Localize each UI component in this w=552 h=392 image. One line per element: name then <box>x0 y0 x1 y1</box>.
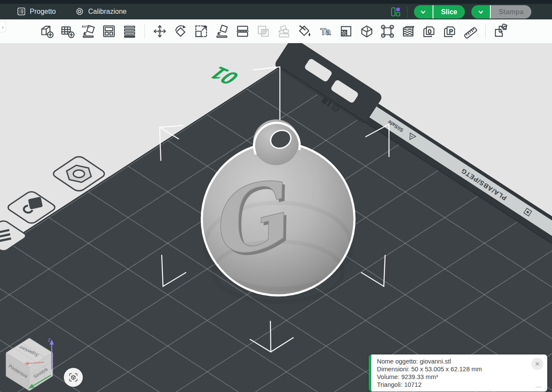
toolbar: › AUTO <box>0 19 552 43</box>
toolbar-divider <box>485 25 486 38</box>
rotate-icon <box>173 24 188 39</box>
menu-item-progetto[interactable]: Progetto <box>17 7 56 16</box>
support-icon <box>380 24 395 39</box>
tool-seam[interactable] <box>357 22 376 41</box>
layout-toggle-icon[interactable] <box>391 7 401 17</box>
arrange-layout-icon <box>101 24 116 39</box>
menu-label-calibrazione: Calibrazione <box>88 8 126 16</box>
paint-icon <box>297 24 312 39</box>
print-split-button: Stampa <box>471 5 531 19</box>
add-plate-icon <box>60 24 75 39</box>
tool-lay-on-face[interactable] <box>212 22 232 41</box>
menu-label-progetto: Progetto <box>30 8 56 16</box>
tool-arrange-layout[interactable] <box>99 22 119 41</box>
plate-brand-label: SliSafe <box>387 119 405 133</box>
menu-item-calibrazione[interactable]: Calibrazione <box>75 7 126 16</box>
tool-object-list[interactable] <box>120 22 139 41</box>
slice-split-button: Slice <box>414 5 465 19</box>
tool-text[interactable]: Ta <box>316 22 335 41</box>
variable-layer-height-icon <box>401 24 416 39</box>
tool-measure[interactable] <box>461 22 480 41</box>
tool-object-settings[interactable]: 0 <box>419 22 439 41</box>
main-menu: Progetto Calibrazione <box>17 7 126 16</box>
slice-button[interactable]: Slice <box>433 5 465 19</box>
split-icon <box>276 24 292 39</box>
svg-text:Ta: Ta <box>320 26 331 37</box>
info-object-name: Nome oggetto: giovanni.stl <box>377 358 530 365</box>
minimize-icon[interactable]: — <box>536 383 542 390</box>
close-icon[interactable]: ✕ <box>531 358 543 370</box>
info-dimensions: Dimensioni: 50 x 53.005 x 62.128 mm <box>377 365 530 373</box>
clone-icon <box>256 24 271 39</box>
tool-support[interactable] <box>378 22 397 41</box>
tool-add-object[interactable] <box>37 22 56 41</box>
plate-warning-triangle <box>407 133 416 141</box>
process-settings-icon: P <box>442 24 457 39</box>
tool-scale[interactable] <box>191 22 211 41</box>
tool-add-plate[interactable] <box>58 22 77 41</box>
tool-move[interactable] <box>150 22 169 41</box>
tool-split[interactable] <box>274 22 294 41</box>
object-list-icon <box>122 24 137 39</box>
scale-icon <box>194 24 209 39</box>
tool-rotate[interactable] <box>171 22 190 41</box>
toolbar-divider <box>144 25 145 38</box>
modifier-icon <box>339 24 354 39</box>
tool-cut[interactable] <box>233 22 252 41</box>
calibration-gear-icon <box>75 7 84 16</box>
chevron-down-icon <box>477 8 485 16</box>
slice-dropdown-button[interactable] <box>414 5 433 19</box>
plate-logo-mark <box>524 208 532 216</box>
text-tool-icon: Ta <box>318 24 333 39</box>
tool-assembly-view[interactable] <box>491 22 510 41</box>
print-button[interactable]: Stampa <box>491 5 531 19</box>
cut-icon <box>235 24 250 39</box>
object-info-panel: Nome oggetto: giovanni.stl Dimensioni: 5… <box>369 354 547 392</box>
svg-text:P: P <box>449 28 453 35</box>
tool-auto-arrange[interactable]: AUTO <box>78 22 98 41</box>
info-triangles: Triangoli: 10712 <box>377 381 530 389</box>
measure-icon <box>463 24 478 39</box>
window-top-strip <box>0 0 552 4</box>
auto-arrange-icon: AUTO <box>81 24 96 39</box>
tool-process-settings[interactable]: P <box>440 22 459 41</box>
tool-clone[interactable] <box>254 22 273 41</box>
titlebar-divider <box>407 6 408 18</box>
plate-number-label: 01 <box>204 63 245 88</box>
seam-icon <box>359 24 374 39</box>
viewport-3d: SliSafe PLA/ABS/PETG <box>0 43 552 392</box>
fit-view-button[interactable] <box>64 368 83 387</box>
tool-variable-layer-height[interactable] <box>398 22 418 41</box>
plate-handle-cutout <box>304 58 333 82</box>
move-icon <box>152 24 167 39</box>
add-object-icon <box>39 24 54 39</box>
print-dropdown-button[interactable] <box>471 5 491 19</box>
tool-paint[interactable] <box>295 22 314 41</box>
toolbar-tools: AUTO <box>37 22 510 41</box>
assembly-view-icon <box>493 24 508 39</box>
chevron-down-icon <box>419 8 427 16</box>
title-bar: Progetto Calibrazione Slice <box>0 0 552 19</box>
object-settings-icon: 0 <box>421 24 436 39</box>
svg-text:SliSafe: SliSafe <box>387 119 405 133</box>
tool-modifier[interactable] <box>336 22 356 41</box>
info-volume: Volume: 9239.33 mm³ <box>377 373 530 381</box>
fit-view-icon <box>68 372 79 383</box>
project-list-icon <box>17 7 25 16</box>
svg-text:0: 0 <box>428 28 431 35</box>
z-axis-label: z <box>47 337 50 343</box>
titlebar-actions: Slice Stampa <box>391 5 531 19</box>
lay-on-face-icon <box>214 24 229 39</box>
sidebar-collapse-tab[interactable]: › <box>0 21 6 32</box>
plate-handle-cutout <box>330 79 359 103</box>
